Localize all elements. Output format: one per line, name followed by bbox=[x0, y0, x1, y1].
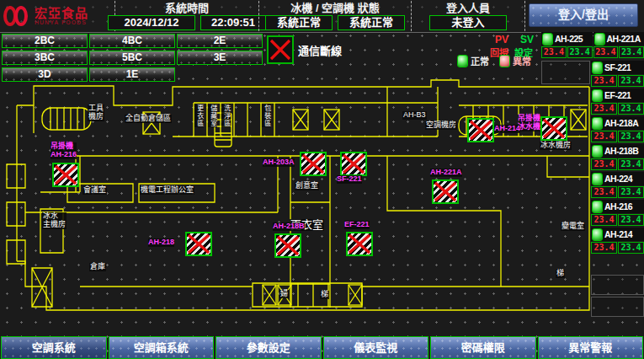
abnormal-label: 異常 bbox=[513, 54, 531, 67]
equipment-name: SF-221 bbox=[604, 62, 631, 72]
ahu-status: 系統正常 bbox=[338, 15, 405, 30]
company-logo: 宏亞食品 HUNYA FOODS bbox=[0, 0, 114, 32]
ahu-offline-unit-AH-214[interactable] bbox=[467, 118, 494, 142]
equipment-name: AH-218B bbox=[604, 146, 638, 156]
pv-value: 23.4 bbox=[593, 46, 619, 58]
room-label: 梯 bbox=[556, 270, 565, 278]
offline-x-icon bbox=[187, 233, 210, 255]
status-lamp-icon bbox=[592, 117, 603, 130]
logo-icon bbox=[3, 4, 32, 28]
pv-value: 23.4 bbox=[591, 103, 617, 115]
offline-x-icon bbox=[301, 153, 325, 174]
floorplan: 工具 機房全自動倉儲區AH-B3空調機房冰水機房會議室機電工程辦公室冰水 主機房… bbox=[0, 78, 591, 335]
offline-x-icon bbox=[542, 118, 566, 139]
header-bar: 宏亞食品 HUNYA FOODS 系統時間 2024/12/12 22:09:5… bbox=[0, 0, 644, 33]
zone-button-2E[interactable]: 2E bbox=[177, 34, 263, 48]
sv-value: 23.4 bbox=[618, 75, 644, 87]
room-label: 工具 機房 bbox=[88, 104, 104, 121]
unit-label: 吊掛機 冰水機 bbox=[518, 115, 540, 131]
equipment-name: AH-214 bbox=[604, 229, 632, 239]
time-display: 22:09:51 bbox=[200, 15, 266, 30]
ahu-offline-unit-EF-221[interactable] bbox=[346, 232, 373, 256]
zone-button-2BC[interactable]: 2BC bbox=[2, 34, 88, 48]
machine-status-section: 冰機 / 空調機 狀態 系統正常 系統正常 bbox=[259, 0, 411, 32]
nav-button-空調系統[interactable]: 空調系統 bbox=[1, 336, 107, 359]
equipment-button-AH-218B[interactable]: AH-218B bbox=[591, 144, 644, 158]
empty-slot bbox=[591, 275, 644, 295]
equipment-name: AH-221A bbox=[607, 34, 641, 44]
chiller-status: 系統正常 bbox=[265, 15, 333, 30]
equipment-name: AH-216 bbox=[604, 201, 632, 212]
equipment-name: AH-218A bbox=[604, 118, 638, 128]
equipment-card-SF-221: SF-22123.423.4 bbox=[591, 61, 644, 87]
legend-abnormal: 異常 bbox=[499, 54, 531, 67]
pv-value: 23.4 bbox=[591, 75, 617, 87]
equipment-card-AH-218B: AH-218B23.423.4 bbox=[591, 144, 644, 170]
abnormal-lamp-icon bbox=[499, 55, 510, 67]
unit-label-AH-221A: AH-221A bbox=[430, 169, 462, 177]
sv-value: 23.4 bbox=[618, 131, 644, 142]
ahu-offline-unit-AH-218[interactable] bbox=[185, 232, 212, 256]
normal-lamp-icon bbox=[457, 55, 468, 67]
unit-label-AH-214: AH-214 bbox=[494, 125, 520, 133]
sv-value: 23.4 bbox=[618, 103, 644, 115]
room-label: 梯 bbox=[320, 291, 329, 299]
nav-button-空調箱系統[interactable]: 空調箱系統 bbox=[109, 336, 215, 359]
logo-subtitle: HUNYA FOODS bbox=[35, 19, 88, 25]
nav-button-密碼權限[interactable]: 密碼權限 bbox=[430, 336, 536, 359]
room-label: AH-B3 bbox=[402, 111, 427, 120]
logo-title: 宏亞食品 bbox=[35, 7, 88, 19]
ahu-offline-unit[interactable] bbox=[540, 116, 567, 141]
equipment-card-AH-218A: AH-218A23.423.4 bbox=[591, 116, 644, 142]
offline-x-icon bbox=[54, 164, 77, 185]
comm-status-label: 通信斷線 bbox=[298, 42, 342, 58]
legend-normal: 正常 bbox=[457, 54, 489, 67]
ahu-offline-unit-AH-218B[interactable] bbox=[274, 233, 301, 258]
equipment-name: EF-221 bbox=[604, 90, 631, 100]
status-lamp-icon bbox=[592, 145, 603, 158]
status-lamp-icon bbox=[592, 173, 603, 185]
offline-x-icon bbox=[342, 153, 365, 174]
ahu-offline-unit-SF-221[interactable] bbox=[340, 152, 367, 176]
ahu-offline-unit-吊掛機-AH-216[interactable] bbox=[52, 163, 79, 187]
zone-button-3E[interactable]: 3E bbox=[177, 51, 263, 65]
sv-label: SV bbox=[520, 34, 534, 46]
pv-value: 23.4 bbox=[591, 131, 617, 142]
ahu-offline-unit-AH-221A[interactable] bbox=[432, 180, 459, 204]
pv-value: 23.4 bbox=[591, 242, 617, 254]
room-label: 空調機房 bbox=[425, 121, 457, 130]
nav-button-異常警報[interactable]: 異常警報 bbox=[538, 336, 644, 359]
zone-button-5BC[interactable]: 5BC bbox=[89, 51, 175, 65]
equipment-card-AH-221A: AH-221A23.423.4 bbox=[593, 32, 644, 58]
equipment-top-row: AH-22523.423.4AH-221A23.423.4 bbox=[541, 32, 644, 60]
comm-offline-icon bbox=[267, 35, 294, 64]
zone-button-4BC[interactable]: 4BC bbox=[89, 34, 175, 48]
equipment-button-SF-221[interactable]: SF-221 bbox=[591, 61, 644, 74]
pv-value: 23.4 bbox=[591, 214, 617, 226]
equipment-button-AH-216[interactable]: AH-216 bbox=[591, 200, 644, 213]
equipment-name: AH-225 bbox=[555, 34, 583, 44]
machine-status-label: 冰機 / 空調機 狀態 bbox=[290, 1, 379, 15]
equipment-button-AH-218A[interactable]: AH-218A bbox=[591, 116, 644, 130]
ahu-offline-unit-AH-203A[interactable] bbox=[300, 152, 327, 176]
login-logout-button[interactable]: 登入/登出 bbox=[529, 3, 638, 27]
equipment-button-EF-221[interactable]: EF-221 bbox=[591, 88, 644, 102]
zone-button-3BC[interactable]: 3BC bbox=[2, 51, 88, 65]
room-label: 更衣區 bbox=[194, 104, 204, 127]
room-label: 冰水機房 bbox=[540, 142, 572, 150]
status-lamp-icon bbox=[542, 33, 553, 46]
nav-button-儀表監視[interactable]: 儀表監視 bbox=[323, 336, 429, 359]
equipment-button-AH-224[interactable]: AH-224 bbox=[591, 172, 644, 185]
equipment-button-AH-221A[interactable]: AH-221A bbox=[593, 32, 644, 46]
empty-slot bbox=[541, 61, 590, 84]
unit-label-AH-203A: AH-203A bbox=[263, 158, 295, 167]
equipment-card-AH-214: AH-21423.423.4 bbox=[591, 228, 644, 254]
room-label: 冰水 主機房 bbox=[42, 212, 67, 229]
sv-value: 23.4 bbox=[618, 242, 644, 254]
nav-button-參數設定[interactable]: 參數設定 bbox=[216, 336, 322, 359]
unit-label-AH-218: AH-218 bbox=[148, 238, 174, 247]
equipment-button-AH-214[interactable]: AH-214 bbox=[591, 228, 644, 241]
equipment-button-AH-225[interactable]: AH-225 bbox=[541, 32, 593, 46]
pv-value: 23.4 bbox=[591, 186, 617, 198]
room-label: 機電工程辦公室 bbox=[140, 186, 194, 195]
